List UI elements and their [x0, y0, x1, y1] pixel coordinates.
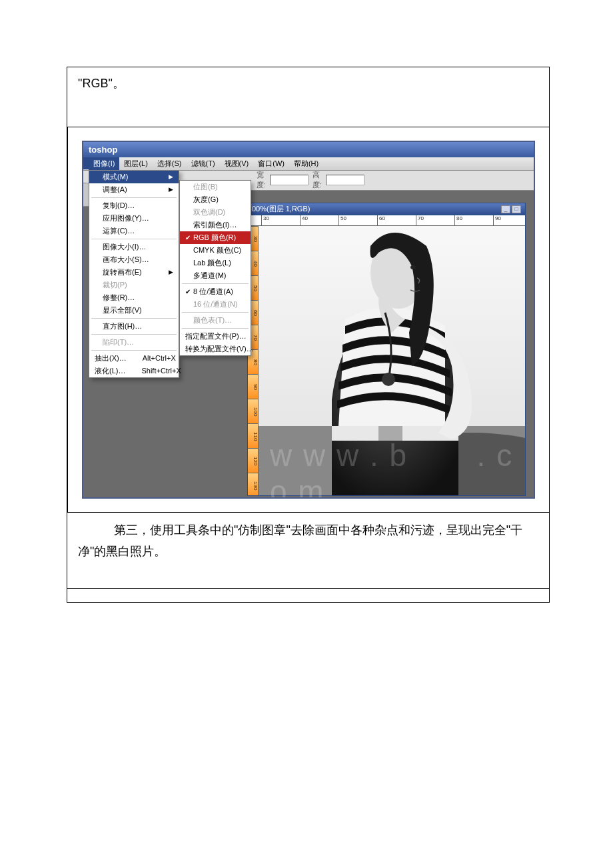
menu-item[interactable]: 液化(L)…Shift+Ctrl+X: [89, 365, 179, 377]
menu-item: 裁切(P): [89, 279, 179, 291]
menu-item: 陷印(T)…: [89, 336, 179, 349]
app-title: toshop: [89, 145, 117, 155]
portrait-image: [259, 226, 525, 495]
menu-item: 位图(B): [180, 181, 251, 193]
ruler-tick: 30: [261, 215, 269, 226]
canvas-title-text: 00%(图层 1,RGB): [252, 204, 310, 214]
empty-cell: [67, 589, 549, 602]
menu-item[interactable]: 转换为配置文件(V)…: [180, 343, 251, 355]
width-input[interactable]: [270, 175, 308, 185]
minimize-icon[interactable]: _: [501, 205, 510, 213]
menubar-stub: [83, 157, 89, 169]
ruler-tick: 60: [377, 215, 385, 226]
menu-item[interactable]: 显示全部(V): [89, 304, 179, 317]
menu-item[interactable]: 画布大小(S)…: [89, 253, 179, 266]
menu-item[interactable]: 调整(A): [89, 183, 179, 196]
ruler-tick: 100: [248, 399, 259, 424]
mode-submenu-dropdown: 位图(B)灰度(G)双色调(D)索引颜色(I)…RGB 颜色(R)CMYK 颜色…: [179, 180, 251, 356]
menu-image[interactable]: 图像(I): [89, 157, 119, 170]
ruler-tick: 120: [248, 448, 259, 473]
window-controls: _ □: [501, 205, 521, 213]
ruler-tick: 130: [248, 473, 259, 495]
text-bottom: 第三，使用工具条中的"仿制图章"去除画面中各种杂点和污迹，呈现出完全"干净"的黑…: [78, 519, 538, 563]
menu-item[interactable]: 索引颜色(I)…: [180, 219, 251, 231]
menu-item[interactable]: 模式(M): [89, 171, 179, 183]
menu-item[interactable]: 运算(C)…: [89, 225, 179, 237]
height-input[interactable]: [326, 175, 364, 185]
menu-item[interactable]: 多通道(M): [180, 269, 251, 282]
menu-item[interactable]: 灰度(G): [180, 193, 251, 206]
image-menu-dropdown: 模式(M)调整(A)复制(D)…应用图像(Y)…运算(C)…图像大小(I)…画布…: [89, 171, 179, 378]
ruler-horizontal: 30405060708090: [248, 215, 525, 226]
canvas-titlebar: 00%(图层 1,RGB) _ □: [248, 203, 525, 215]
width-label: 宽度:: [257, 171, 266, 191]
menu-item[interactable]: Lab 颜色(L): [180, 257, 251, 269]
svg-point-7: [382, 373, 395, 386]
menu-layer[interactable]: 图层(L): [119, 157, 152, 170]
menubar: 图像(I) 图层(L) 选择(S) 滤镜(T) 视图(V) 窗口(W) 帮助(H…: [83, 157, 534, 171]
text-cell-top: "RGB"。: [67, 67, 549, 127]
menu-item: 颜色表(T)…: [180, 314, 251, 327]
menu-item[interactable]: 图像大小(I)…: [89, 241, 179, 253]
ruler-tick: 80: [454, 215, 462, 226]
svg-point-6: [410, 265, 416, 269]
photoshop-screenshot: toshop 图像(I) 图层(L) 选择(S) 滤镜(T) 视图(V) 窗口(…: [82, 141, 535, 499]
app-window: toshop 图像(I) 图层(L) 选择(S) 滤镜(T) 视图(V) 窗口(…: [82, 141, 535, 499]
ruler-tick: 70: [416, 215, 424, 226]
ruler-tick: 50: [338, 215, 346, 226]
menu-item[interactable]: 8 位/通道(A): [180, 285, 251, 298]
menu-item[interactable]: 指定配置文件(P)…: [180, 330, 251, 343]
menu-item: 双色调(D): [180, 206, 251, 219]
menu-filter[interactable]: 滤镜(T): [187, 157, 220, 170]
menu-item[interactable]: 旋转画布(E): [89, 266, 179, 279]
maximize-icon[interactable]: □: [512, 205, 521, 213]
menu-view[interactable]: 视图(V): [220, 157, 254, 170]
screenshot-cell: toshop 图像(I) 图层(L) 选择(S) 滤镜(T) 视图(V) 窗口(…: [67, 127, 549, 513]
document-table: "RGB"。 toshop 图像(I) 图层(L) 选择(S) 滤镜(T) 视图…: [67, 67, 550, 603]
menu-window[interactable]: 窗口(W): [253, 157, 289, 170]
height-label: 高度:: [312, 171, 322, 191]
menu-item[interactable]: 修整(R)…: [89, 291, 179, 304]
ruler-tick: 110: [248, 423, 259, 449]
menu-select[interactable]: 选择(S): [153, 157, 187, 170]
menu-item[interactable]: RGB 颜色(R): [180, 231, 251, 244]
menu-item[interactable]: 直方图(H)…: [89, 320, 179, 333]
ruler-tick: 40: [300, 215, 308, 226]
ruler-tick: 90: [493, 215, 501, 226]
menu-help[interactable]: 帮助(H): [289, 157, 323, 170]
menu-item[interactable]: 抽出(X)…Alt+Ctrl+X: [89, 352, 179, 365]
canvas-image: [259, 226, 525, 495]
text-top: "RGB"。: [78, 74, 538, 93]
ruler-tick: 90: [248, 374, 259, 399]
menu-item[interactable]: CMYK 颜色(C): [180, 244, 251, 257]
workarea: 宽度: 高度: 00%(图层 1,RGB) _: [83, 171, 534, 497]
svg-rect-4: [378, 426, 402, 441]
menu-item: 16 位/通道(N): [180, 298, 251, 311]
menu-item[interactable]: 应用图像(Y)…: [89, 212, 179, 225]
app-titlebar: toshop: [83, 142, 534, 157]
menu-item[interactable]: 复制(D)…: [89, 199, 179, 212]
text-cell-bottom: 第三，使用工具条中的"仿制图章"去除画面中各种杂点和污迹，呈现出完全"干净"的黑…: [67, 513, 549, 589]
canvas-window: 00%(图层 1,RGB) _ □ 30405060708090 3040506…: [247, 203, 526, 496]
